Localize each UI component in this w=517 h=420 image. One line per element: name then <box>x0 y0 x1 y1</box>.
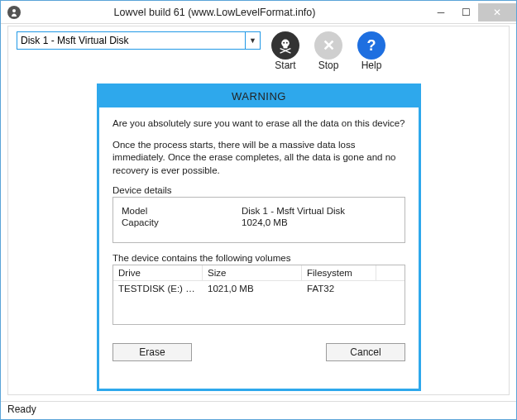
window-title: Lowvel build 61 (www.LowLevelFormat.info… <box>1 7 428 18</box>
model-label: Model <box>122 206 242 216</box>
model-row: Model Disk 1 - Msft Virtual Disk <box>122 206 396 216</box>
cell-fs: FAT32 <box>302 281 376 296</box>
skull-icon <box>271 31 299 60</box>
capacity-label: Capacity <box>122 217 242 227</box>
titlebar: Lowvel build 61 (www.LowLevelFormat.info… <box>1 1 516 24</box>
dialog-title: WARNING <box>99 86 419 107</box>
x-icon: ✕ <box>314 31 342 60</box>
cancel-button[interactable]: Cancel <box>326 343 405 361</box>
svg-point-3 <box>283 42 285 44</box>
stop-button[interactable]: ✕ Stop <box>310 31 347 71</box>
svg-point-4 <box>286 42 288 44</box>
warning-line-1: Are you absolutely sure you want to eras… <box>112 117 405 131</box>
erase-button[interactable]: Erase <box>112 343 192 361</box>
status-bar: Ready <box>1 401 516 419</box>
disk-select-value: Disk 1 - Msft Virtual Disk <box>21 35 128 46</box>
table-header: Drive Size Filesystem <box>113 265 405 281</box>
capacity-value: 1024,0 MB <box>242 217 288 227</box>
col-spacer <box>376 265 405 281</box>
minimize-button[interactable]: ─ <box>428 3 453 21</box>
status-text: Ready <box>7 403 36 415</box>
warning-dialog: WARNING Are you absolutely sure you want… <box>97 84 421 391</box>
maximize-button[interactable]: ☐ <box>453 3 478 21</box>
chevron-down-icon: ▼ <box>245 32 260 49</box>
stop-label: Stop <box>318 60 339 71</box>
question-icon: ? <box>357 31 385 60</box>
window-buttons: ─ ☐ ✕ <box>428 3 516 21</box>
toolbar: Disk 1 - Msft Virtual Disk ▼ Start ✕ Sto… <box>8 26 509 73</box>
model-value: Disk 1 - Msft Virtual Disk <box>242 206 345 216</box>
help-label: Help <box>361 60 382 71</box>
cell-drive: TESTDISK (E:) (FAT… <box>113 281 203 296</box>
table-body: TESTDISK (E:) (FAT… 1021,0 MB FAT32 <box>113 281 405 324</box>
table-row[interactable]: TESTDISK (E:) (FAT… 1021,0 MB FAT32 <box>113 281 405 296</box>
help-button[interactable]: ? Help <box>353 31 390 71</box>
svg-rect-2 <box>283 45 287 48</box>
start-button[interactable]: Start <box>267 31 304 71</box>
dialog-body: Are you absolutely sure you want to eras… <box>99 107 419 333</box>
app-window: Lowvel build 61 (www.LowLevelFormat.info… <box>0 0 517 420</box>
cell-size: 1021,0 MB <box>203 281 302 296</box>
close-button[interactable]: ✕ <box>478 3 516 21</box>
volumes-label: The device contains the following volume… <box>112 253 405 263</box>
device-details-panel: Model Disk 1 - Msft Virtual Disk Capacit… <box>112 197 405 243</box>
disk-select[interactable]: Disk 1 - Msft Virtual Disk ▼ <box>17 31 261 50</box>
col-fs[interactable]: Filesystem <box>302 265 376 281</box>
warning-line-2: Once the process starts, there will be a… <box>112 139 405 178</box>
volumes-table: Drive Size Filesystem TESTDISK (E:) (FAT… <box>112 265 405 325</box>
dialog-buttons: Erase Cancel <box>99 343 419 361</box>
start-label: Start <box>275 60 295 71</box>
device-details-label: Device details <box>112 185 405 195</box>
col-drive[interactable]: Drive <box>113 265 203 281</box>
col-size[interactable]: Size <box>203 265 302 281</box>
capacity-row: Capacity 1024,0 MB <box>122 217 396 227</box>
